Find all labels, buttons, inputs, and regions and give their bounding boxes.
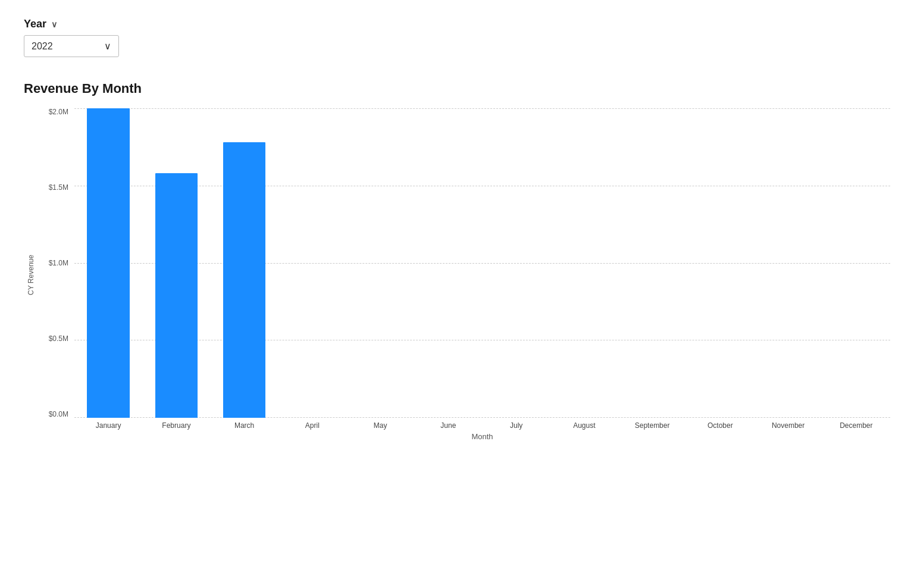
bars-row: [74, 108, 890, 418]
year-select-chevron-icon: ∨: [104, 40, 111, 52]
filter-section: Year ∨ 2022 ∨: [24, 18, 890, 57]
year-select-value: 2022: [32, 41, 53, 52]
year-label-text: Year: [24, 18, 46, 30]
bar-col: [142, 108, 210, 418]
x-tick: November: [755, 421, 822, 430]
x-tick: January: [74, 421, 142, 430]
x-tick: August: [550, 421, 618, 430]
y-tick: $0.0M: [49, 411, 68, 418]
year-filter-label: Year ∨: [24, 18, 890, 30]
bars-area: [74, 108, 890, 418]
x-tick: March: [211, 421, 278, 430]
bar-col: [618, 108, 686, 418]
y-tick: $2.0M: [49, 108, 68, 115]
bar[interactable]: [155, 173, 198, 418]
year-select-dropdown[interactable]: 2022 ∨: [24, 35, 119, 57]
chart-section: Revenue By Month CY Revenue $2.0M$1.5M$1…: [24, 81, 890, 441]
bar-col: [346, 108, 414, 418]
x-tick: May: [346, 421, 414, 430]
bar[interactable]: [223, 142, 266, 418]
bar-col: [550, 108, 618, 418]
bar-col: [822, 108, 890, 418]
x-tick: July: [483, 421, 550, 430]
x-axis: JanuaryFebruaryMarchAprilMayJuneJulyAugu…: [74, 421, 890, 430]
bar-col: [211, 108, 278, 418]
y-axis: $2.0M$1.5M$1.0M$0.5M$0.0M: [42, 108, 74, 418]
x-tick: June: [414, 421, 482, 430]
bar-col: [483, 108, 550, 418]
bar-col: [686, 108, 754, 418]
x-axis-title: Month: [74, 432, 890, 441]
bar-col: [278, 108, 346, 418]
x-tick: December: [822, 421, 890, 430]
bar-col: [74, 108, 142, 418]
x-tick: October: [686, 421, 754, 430]
bar-col: [755, 108, 822, 418]
bar[interactable]: [87, 108, 130, 418]
chart-title: Revenue By Month: [24, 81, 890, 96]
year-chevron-icon: ∨: [51, 20, 57, 29]
x-tick: April: [278, 421, 346, 430]
y-tick: $1.5M: [49, 184, 68, 191]
chart-plot: $2.0M$1.5M$1.0M$0.5M$0.0M: [42, 108, 890, 418]
chart-container: CY Revenue $2.0M$1.5M$1.0M$0.5M$0.0M Jan…: [24, 108, 890, 441]
bar-col: [414, 108, 482, 418]
chart-inner: $2.0M$1.5M$1.0M$0.5M$0.0M JanuaryFebruar…: [42, 108, 890, 441]
x-tick: February: [142, 421, 210, 430]
y-tick: $0.5M: [49, 335, 68, 342]
y-axis-label-container: CY Revenue: [24, 108, 38, 441]
y-tick: $1.0M: [49, 259, 68, 267]
x-tick: September: [618, 421, 686, 430]
y-axis-label: CY Revenue: [27, 255, 35, 295]
